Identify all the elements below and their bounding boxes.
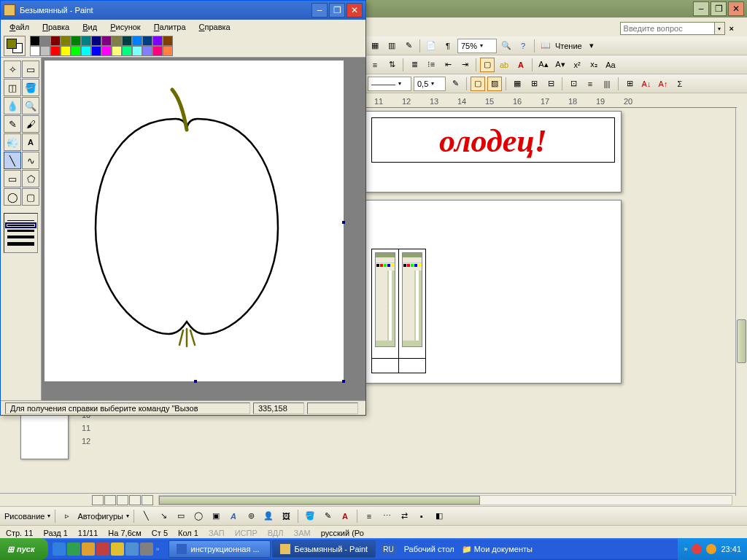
tray-expand-icon[interactable]: » bbox=[684, 545, 687, 553]
eraser-tool[interactable]: ◫ bbox=[4, 79, 21, 96]
palette-color[interactable] bbox=[40, 36, 50, 46]
ellipse-tool[interactable]: ◯ bbox=[4, 188, 21, 206]
ie-icon[interactable] bbox=[53, 542, 66, 556]
desktop-link[interactable]: Рабочий стол bbox=[404, 545, 454, 553]
word-maximize-button[interactable]: ❐ bbox=[711, 1, 727, 16]
palette-color[interactable] bbox=[112, 46, 122, 56]
palette-color[interactable] bbox=[112, 36, 122, 46]
textbox-icon[interactable]: ▣ bbox=[209, 509, 223, 524]
palette-color[interactable] bbox=[163, 46, 173, 56]
border-btn-icon[interactable]: ▢ bbox=[471, 77, 485, 91]
drawing-menu[interactable]: Рисование bbox=[4, 512, 44, 521]
font-color-icon[interactable]: A bbox=[514, 58, 528, 72]
paint-maximize-button[interactable]: ❐ bbox=[329, 3, 345, 18]
table-cell[interactable] bbox=[399, 359, 426, 373]
palette-color[interactable] bbox=[163, 36, 173, 46]
fill-tool[interactable]: 🪣 bbox=[22, 79, 39, 96]
change-case-icon[interactable]: Aa bbox=[603, 58, 618, 72]
palette-color[interactable] bbox=[71, 36, 81, 46]
reading-view-button[interactable] bbox=[142, 495, 153, 505]
superscript-icon[interactable]: x² bbox=[570, 58, 584, 72]
line-width-3[interactable] bbox=[7, 230, 34, 232]
vertical-scrollbar[interactable] bbox=[735, 108, 747, 496]
status-ovr[interactable]: ЗАМ bbox=[294, 529, 311, 537]
outdent-icon[interactable]: ⇤ bbox=[441, 58, 455, 72]
menu-help[interactable]: Справка bbox=[193, 21, 236, 33]
ql-expand-icon[interactable]: » bbox=[155, 545, 161, 553]
3d-icon[interactable]: ◧ bbox=[432, 509, 446, 524]
clipart-icon[interactable]: 👤 bbox=[261, 509, 276, 524]
insert-table-icon[interactable]: ▦ bbox=[510, 77, 525, 91]
palette-color[interactable] bbox=[122, 36, 132, 46]
pencil-tool[interactable]: ✎ bbox=[4, 115, 21, 133]
palette-color[interactable] bbox=[81, 36, 91, 46]
fill-color-icon[interactable]: 🪣 bbox=[303, 509, 317, 524]
palette-color[interactable] bbox=[132, 36, 142, 46]
line-style-icon[interactable]: ≡ bbox=[362, 509, 376, 524]
palette-color[interactable] bbox=[142, 36, 152, 46]
help-icon[interactable]: ? bbox=[516, 39, 530, 53]
paint-titlebar[interactable]: Безымянный - Paint – ❐ ✕ bbox=[1, 1, 365, 20]
diagram-icon[interactable]: ⊚ bbox=[244, 509, 258, 524]
read-icon[interactable]: 📖 bbox=[538, 39, 553, 53]
line-color-icon[interactable]: ✎ bbox=[320, 509, 335, 524]
autoshapes-menu[interactable]: Автофигуры bbox=[77, 512, 123, 521]
status-lang[interactable]: русский (Ро bbox=[321, 529, 364, 537]
rectangle-tool[interactable]: ▭ bbox=[4, 170, 21, 187]
palette-color[interactable] bbox=[30, 36, 40, 46]
select-objects-icon[interactable]: ▹ bbox=[60, 509, 74, 524]
ql-icon[interactable] bbox=[140, 542, 153, 556]
wordart-icon[interactable]: A bbox=[226, 509, 241, 524]
paint-close-button[interactable]: ✕ bbox=[347, 3, 363, 18]
line-width-5[interactable] bbox=[7, 242, 34, 246]
align-left-icon[interactable]: ≡ bbox=[368, 58, 382, 72]
hscroll-thumb[interactable] bbox=[159, 496, 480, 505]
palette-color[interactable] bbox=[81, 46, 91, 56]
scroll-thumb[interactable] bbox=[737, 319, 746, 363]
status-trk[interactable]: ИСПР bbox=[235, 529, 258, 537]
split-cells-icon[interactable]: ⊟ bbox=[543, 77, 558, 91]
indent-icon[interactable]: ⇥ bbox=[457, 58, 472, 72]
menu-edit[interactable]: Правка bbox=[36, 21, 75, 33]
ql-icon[interactable] bbox=[125, 542, 139, 556]
shading-icon[interactable]: ▨ bbox=[487, 77, 502, 91]
table-cell[interactable] bbox=[372, 359, 399, 373]
clock[interactable]: 23:41 bbox=[721, 545, 741, 553]
word-page-1[interactable]: олодец! bbox=[365, 111, 622, 192]
font-color-draw-icon[interactable]: A bbox=[338, 509, 352, 524]
palette-color[interactable] bbox=[61, 36, 71, 46]
autosum-icon[interactable]: Σ bbox=[673, 77, 687, 91]
highlight-icon[interactable]: ab bbox=[497, 58, 511, 72]
print-view-button[interactable] bbox=[117, 495, 128, 505]
zoom-combo[interactable]: 75%▾ bbox=[457, 39, 497, 53]
line-style-combo[interactable]: ———▾ bbox=[368, 77, 411, 91]
help-search-input[interactable] bbox=[620, 22, 715, 35]
palette-color[interactable] bbox=[50, 46, 61, 56]
rounded-rect-tool[interactable]: ▢ bbox=[22, 188, 39, 206]
arrow-icon[interactable]: ↘ bbox=[156, 509, 171, 524]
palette-color[interactable] bbox=[122, 46, 132, 56]
border-color-icon[interactable]: ✎ bbox=[448, 77, 462, 91]
palette-color[interactable] bbox=[91, 36, 101, 46]
numbering-icon[interactable]: ≣ bbox=[407, 58, 422, 72]
tray-icon[interactable] bbox=[706, 544, 716, 554]
ql-icon[interactable] bbox=[111, 542, 124, 556]
ql-icon[interactable] bbox=[96, 542, 109, 556]
align-cell-icon[interactable]: ⊡ bbox=[566, 77, 581, 91]
word-minimize-button[interactable]: – bbox=[693, 1, 709, 16]
horizontal-ruler[interactable]: 11 12 13 14 15 16 17 18 19 20 bbox=[365, 95, 737, 108]
line-width-2[interactable] bbox=[7, 225, 34, 226]
dash-style-icon[interactable]: ⋯ bbox=[379, 509, 394, 524]
status-ext[interactable]: ВДЛ bbox=[268, 529, 284, 537]
palette-color[interactable] bbox=[101, 46, 112, 56]
paint-minimize-button[interactable]: – bbox=[311, 3, 328, 18]
show-marks-icon[interactable]: ¶ bbox=[441, 39, 455, 53]
columns-icon[interactable]: ▥ bbox=[384, 39, 399, 53]
line-width-4[interactable] bbox=[7, 236, 34, 238]
tables-icon[interactable]: ▦ bbox=[368, 39, 382, 53]
read-label[interactable]: Чтение bbox=[555, 42, 582, 50]
line-weight-combo[interactable]: 0,5▾ bbox=[414, 77, 446, 91]
toolbar-overflow-icon[interactable]: ▾ bbox=[584, 39, 599, 53]
table-cell[interactable] bbox=[372, 249, 399, 359]
grow-font-icon[interactable]: A▴ bbox=[536, 58, 551, 72]
